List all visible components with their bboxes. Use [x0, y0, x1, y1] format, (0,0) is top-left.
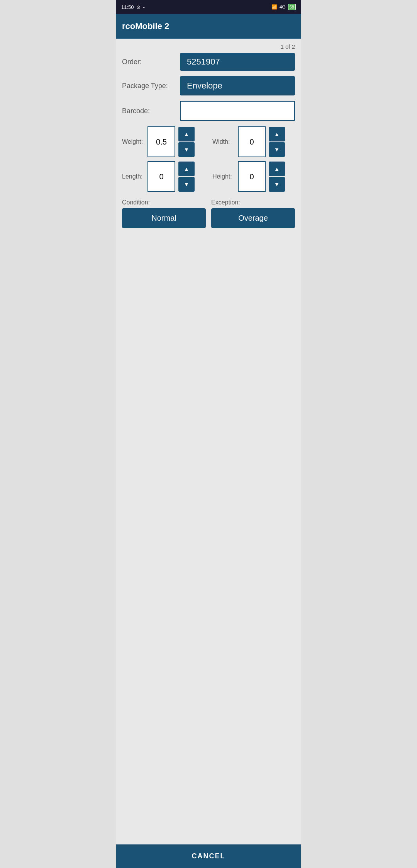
barcode-row: Barcode:	[122, 101, 295, 121]
condition-label: Condition:	[122, 199, 206, 206]
signal-bars-icon: 📶	[271, 4, 277, 10]
height-up-button[interactable]: ▲	[269, 162, 285, 176]
pagination-text: 1 of 2	[280, 43, 295, 50]
exception-button[interactable]: Overage	[211, 208, 295, 228]
height-label: Height:	[212, 173, 235, 180]
order-row: Order: 5251907	[122, 53, 295, 71]
weight-up-button[interactable]: ▲	[178, 127, 195, 141]
order-value: 5251907	[180, 53, 295, 71]
pagination: 1 of 2	[122, 43, 295, 50]
condition-group: Condition: Normal	[122, 199, 206, 228]
length-up-button[interactable]: ▲	[178, 162, 195, 176]
width-label: Width:	[212, 138, 235, 145]
main-content: 1 of 2 Order: 5251907 Package Type: Enve…	[116, 39, 301, 844]
height-buttons: ▲ ▼	[269, 162, 285, 192]
length-down-button[interactable]: ▼	[178, 177, 195, 192]
weight-label: Weight:	[122, 138, 144, 145]
status-right: 📶 4G 58	[271, 4, 296, 10]
spacer	[122, 233, 295, 840]
app-bar: rcoMobile 2	[116, 14, 301, 39]
package-type-row: Package Type: Envelope	[122, 76, 295, 95]
exception-group: Exception: Overage	[211, 199, 295, 228]
app-title: rcoMobile 2	[122, 21, 169, 31]
height-value: 0	[238, 161, 266, 192]
condition-button[interactable]: Normal	[122, 208, 206, 228]
barcode-label: Barcode:	[122, 107, 176, 115]
width-down-button[interactable]: ▼	[269, 142, 285, 157]
cancel-button[interactable]: CANCEL	[116, 844, 301, 868]
spinners-section: Weight: 0.5 ▲ ▼ Length: 0 ▲ ▼ W	[122, 126, 295, 192]
length-value: 0	[147, 161, 175, 192]
status-left: 11:50 ⊙ ··	[121, 4, 146, 10]
weight-buttons: ▲ ▼	[178, 127, 195, 157]
status-bar: 11:50 ⊙ ·· 📶 4G 58	[116, 0, 301, 14]
time: 11:50	[121, 4, 134, 10]
dots-icon: ··	[143, 4, 146, 10]
right-spinner-group: Width: 0 ▲ ▼ Height: 0 ▲ ▼	[212, 126, 295, 192]
barcode-input[interactable]	[180, 101, 295, 121]
package-type-button[interactable]: Envelope	[180, 76, 295, 95]
width-row: Width: 0 ▲ ▼	[212, 126, 295, 157]
width-buttons: ▲ ▼	[269, 127, 285, 157]
condition-exception-section: Condition: Normal Exception: Overage	[122, 199, 295, 228]
length-buttons: ▲ ▼	[178, 162, 195, 192]
bottom-bar: CANCEL	[116, 844, 301, 868]
network-label: 4G	[280, 4, 286, 10]
exception-label: Exception:	[211, 199, 295, 206]
height-down-button[interactable]: ▼	[269, 177, 285, 192]
weight-row: Weight: 0.5 ▲ ▼	[122, 126, 205, 157]
length-row: Length: 0 ▲ ▼	[122, 161, 205, 192]
height-row: Height: 0 ▲ ▼	[212, 161, 295, 192]
width-value: 0	[238, 126, 266, 157]
weight-down-button[interactable]: ▼	[178, 142, 195, 157]
left-spinner-group: Weight: 0.5 ▲ ▼ Length: 0 ▲ ▼	[122, 126, 205, 192]
length-label: Length:	[122, 173, 144, 180]
width-up-button[interactable]: ▲	[269, 127, 285, 141]
weight-value: 0.5	[147, 126, 175, 157]
signal-icon: ⊙	[136, 4, 141, 10]
package-type-label: Package Type:	[122, 82, 176, 90]
order-label: Order:	[122, 58, 176, 66]
battery-indicator: 58	[288, 4, 296, 10]
